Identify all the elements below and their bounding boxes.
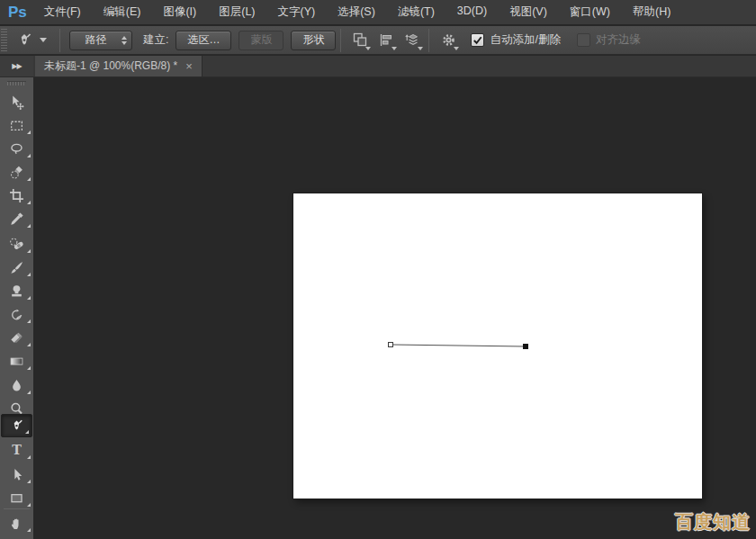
- clone-stamp-tool-icon: [9, 283, 24, 299]
- tools-panel: T: [0, 77, 33, 539]
- tool-group-separator: [4, 508, 30, 509]
- chevron-down-icon: [365, 47, 371, 50]
- quick-selection-tool[interactable]: [0, 160, 33, 184]
- tools-panel-grip[interactable]: [7, 81, 26, 85]
- path-arrangement-button[interactable]: [400, 30, 424, 51]
- zoom-tool[interactable]: [0, 533, 33, 539]
- marquee-tool-icon: [9, 118, 24, 133]
- menu-help[interactable]: 帮助(H): [627, 2, 676, 22]
- photoshop-window: Ps 文件(F) 编辑(E) 图像(I) 图层(L) 文字(Y) 选择(S) 滤…: [0, 0, 756, 539]
- menu-layer[interactable]: 图层(L): [213, 2, 260, 22]
- menu-select[interactable]: 选择(S): [332, 2, 381, 22]
- options-bar-grip[interactable]: [1, 29, 7, 52]
- brush-tool[interactable]: [0, 256, 33, 279]
- pen-tool-icon: [9, 418, 24, 434]
- eraser-tool[interactable]: [0, 326, 33, 349]
- menu-window[interactable]: 窗口(W): [564, 2, 616, 22]
- flyout-triangle-icon: [27, 296, 31, 300]
- menu-filter[interactable]: 滤镜(T): [392, 2, 440, 22]
- menu-type[interactable]: 文字(Y): [273, 2, 321, 22]
- watermark: 百度知道: [675, 510, 751, 535]
- auto-add-delete-checkbox[interactable]: [471, 33, 484, 47]
- blur-tool[interactable]: [0, 373, 33, 397]
- eyedropper-tool-icon: [9, 211, 24, 227]
- close-icon[interactable]: ×: [185, 60, 193, 72]
- double-arrow-icon: ▶▶: [12, 62, 21, 70]
- pen-path-segment[interactable]: [392, 345, 524, 346]
- menu-bar: Ps 文件(F) 编辑(E) 图像(I) 图层(L) 文字(Y) 选择(S) 滤…: [0, 0, 756, 25]
- pen-options-button[interactable]: [436, 30, 460, 51]
- move-tool-icon: [9, 94, 24, 110]
- flyout-triangle-icon: [27, 391, 31, 394]
- path-selection-tool[interactable]: [0, 463, 33, 486]
- eyedropper-tool[interactable]: [0, 207, 33, 230]
- make-shape-button[interactable]: 形状: [291, 31, 336, 50]
- chevron-down-icon: [418, 47, 423, 50]
- flyout-triangle-icon: [27, 319, 31, 323]
- eraser-tool-icon: [9, 330, 24, 346]
- menu-edit[interactable]: 编辑(E): [98, 2, 147, 22]
- healing-brush-tool[interactable]: [0, 232, 33, 256]
- gradient-tool-icon: [9, 354, 24, 369]
- pen-path-overlay: [293, 193, 702, 499]
- rectangular-marquee-tool[interactable]: [0, 113, 33, 137]
- chevron-down-icon: [40, 38, 47, 42]
- document-tab-bar: 未标题-1 @ 100%(RGB/8) * ×: [33, 56, 756, 77]
- menu-3d[interactable]: 3D(D): [452, 2, 492, 22]
- history-brush-tool-icon: [9, 307, 24, 322]
- spinner-arrows-icon: [122, 36, 127, 45]
- tool-preset-picker[interactable]: [15, 30, 55, 51]
- flyout-triangle-icon: [27, 343, 31, 346]
- separator: [340, 29, 341, 52]
- rectangle-tool[interactable]: [0, 486, 33, 509]
- flyout-triangle-icon: [27, 528, 31, 532]
- menu-image[interactable]: 图像(I): [158, 2, 202, 22]
- create-label: 建立:: [143, 32, 168, 48]
- lasso-tool-icon: [9, 141, 24, 157]
- hand-tool-icon: [9, 516, 24, 531]
- history-brush-tool[interactable]: [0, 302, 33, 326]
- path-anchor-start[interactable]: [389, 343, 393, 347]
- clone-stamp-tool[interactable]: [0, 279, 33, 302]
- quick-selection-tool-icon: [9, 165, 24, 180]
- brush-tool-icon: [9, 260, 24, 275]
- flyout-triangle-icon: [27, 154, 31, 157]
- flyout-triangle-icon: [27, 224, 31, 228]
- auto-add-delete-label[interactable]: 自动添加/删除: [490, 32, 560, 48]
- menu-file[interactable]: 文件(F): [39, 2, 86, 22]
- make-mask-button: 蒙版: [238, 31, 284, 50]
- lasso-tool[interactable]: [0, 137, 33, 160]
- crop-tool[interactable]: [0, 184, 33, 207]
- hand-tool[interactable]: [0, 511, 33, 535]
- flyout-triangle-icon: [27, 249, 31, 253]
- document-tab[interactable]: 未标题-1 @ 100%(RGB/8) * ×: [35, 56, 202, 76]
- move-tool[interactable]: [0, 90, 33, 113]
- type-tool[interactable]: T: [0, 438, 33, 462]
- path-arrangement-icon: [405, 32, 420, 48]
- crop-tool-icon: [9, 188, 24, 203]
- make-selection-button[interactable]: 选区…: [176, 31, 231, 50]
- rectangle-tool-icon: [9, 490, 24, 506]
- pen-tool-icon: [15, 31, 33, 49]
- document-tab-title: 未标题-1 @ 100%(RGB/8) *: [44, 58, 177, 74]
- path-operations-button[interactable]: [348, 30, 372, 51]
- path-anchor-end[interactable]: [523, 344, 528, 349]
- menu-view[interactable]: 视图(V): [504, 2, 553, 22]
- flyout-triangle-icon: [27, 366, 31, 370]
- pen-tool[interactable]: [1, 414, 32, 437]
- flyout-triangle-icon: [27, 201, 31, 204]
- tool-mode-select[interactable]: 路径: [69, 31, 132, 50]
- flyout-triangle-icon: [27, 480, 31, 483]
- path-alignment-button[interactable]: [374, 30, 398, 51]
- type-tool-icon: T: [9, 443, 24, 458]
- gradient-tool[interactable]: [0, 349, 33, 373]
- menu-items: 文件(F) 编辑(E) 图像(I) 图层(L) 文字(Y) 选择(S) 滤镜(T…: [39, 2, 677, 22]
- separator: [59, 29, 60, 52]
- options-bar: 路径 建立: 选区… 蒙版 形状: [0, 26, 756, 55]
- tools-panel-collapse-button[interactable]: ▶▶: [0, 56, 33, 77]
- chevron-down-icon: [454, 47, 459, 50]
- flyout-triangle-icon: [27, 503, 31, 507]
- tool-mode-value: 路径: [70, 32, 122, 48]
- flyout-triangle-icon: [27, 177, 31, 181]
- document-canvas[interactable]: [293, 193, 702, 499]
